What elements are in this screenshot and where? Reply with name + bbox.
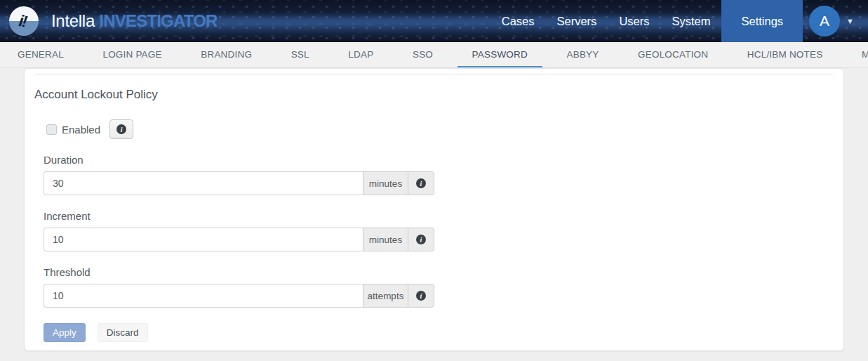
tab-abbyy[interactable]: ABBYY: [552, 42, 613, 68]
tab-hcl-ibm-notes[interactable]: HCL/IBM NOTES: [733, 42, 838, 68]
tab-login-page[interactable]: LOGIN PAGE: [88, 42, 176, 68]
tab-ssl[interactable]: SSL: [276, 42, 324, 68]
nav-item-servers[interactable]: Servers: [546, 0, 608, 42]
tab-md5-hash[interactable]: MD5 H: [847, 42, 868, 68]
nav-item-system[interactable]: System: [660, 0, 721, 42]
duration-info-button[interactable]: i: [408, 171, 434, 195]
nav-item-settings[interactable]: Settings: [721, 0, 803, 42]
tab-sso[interactable]: SSO: [398, 42, 448, 68]
duration-input-group: minutes i: [44, 171, 434, 195]
enabled-checkbox[interactable]: [46, 124, 57, 135]
nav-item-cases[interactable]: Cases: [490, 0, 546, 42]
brand-name: Intella: [51, 11, 95, 30]
info-icon: i: [416, 235, 426, 244]
avatar[interactable]: A: [809, 6, 840, 37]
apply-button[interactable]: Apply: [44, 323, 86, 342]
user-menu[interactable]: A ▼: [803, 6, 868, 37]
brand-title: Intella INVESTIGATOR: [51, 11, 218, 31]
info-icon: i: [416, 291, 426, 301]
info-icon: i: [116, 124, 126, 134]
increment-input[interactable]: [44, 228, 363, 251]
navbar-menu: Cases Servers Users System Settings A ▼: [490, 0, 868, 42]
top-navbar: i! Intella INVESTIGATOR Cases Servers Us…: [0, 0, 868, 42]
enabled-info-button[interactable]: i: [109, 119, 133, 139]
page-body: Account Lockout Policy Enabled i Duratio…: [0, 68, 868, 351]
threshold-input-group: attempts i: [44, 284, 434, 308]
tab-password[interactable]: PASSWORD: [458, 42, 542, 68]
settings-tabs: GENERAL LOGIN PAGE BRANDING SSL LDAP SSO…: [0, 42, 868, 68]
nav-item-users[interactable]: Users: [608, 0, 660, 42]
form-actions: Apply Discard: [44, 323, 843, 342]
tab-branding[interactable]: BRANDING: [186, 42, 267, 68]
enabled-label: Enabled: [62, 124, 100, 136]
threshold-input[interactable]: [44, 284, 363, 308]
increment-label: Increment: [44, 210, 843, 222]
tab-general[interactable]: GENERAL: [3, 42, 79, 68]
section-divider: [35, 74, 833, 74]
account-lockout-form: Enabled i Duration minutes i Increment m…: [44, 119, 843, 342]
increment-input-group: minutes i: [44, 228, 434, 251]
password-settings-panel: Account Lockout Policy Enabled i Duratio…: [24, 68, 844, 351]
logo-glyph: i!: [18, 11, 30, 32]
settings-tabbar: GENERAL LOGIN PAGE BRANDING SSL LDAP SSO…: [0, 42, 868, 68]
tab-ldap[interactable]: LDAP: [333, 42, 388, 68]
chevron-down-icon[interactable]: ▼: [846, 17, 854, 25]
enabled-row: Enabled i: [44, 119, 843, 139]
brand-product: INVESTIGATOR: [99, 11, 217, 30]
duration-unit-addon: minutes: [363, 171, 408, 195]
tab-geolocation[interactable]: GEOLOCATION: [623, 42, 723, 68]
section-title: Account Lockout Policy: [34, 88, 843, 102]
threshold-info-button[interactable]: i: [408, 284, 434, 308]
threshold-label: Threshold: [44, 266, 843, 278]
info-icon: i: [416, 178, 426, 188]
increment-info-button[interactable]: i: [408, 228, 434, 251]
duration-input[interactable]: [44, 171, 363, 195]
duration-label: Duration: [44, 154, 843, 166]
discard-button[interactable]: Discard: [98, 323, 148, 342]
intella-logo-icon: i!: [9, 6, 39, 36]
increment-unit-addon: minutes: [363, 228, 408, 251]
threshold-unit-addon: attempts: [363, 284, 408, 308]
